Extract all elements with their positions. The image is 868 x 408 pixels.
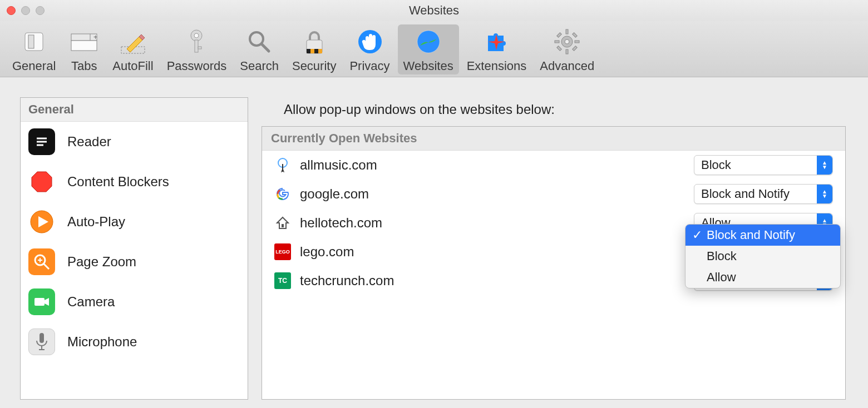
close-button[interactable] <box>7 6 16 15</box>
sidebar-item-label: Microphone <box>67 334 137 350</box>
key-icon <box>181 27 211 57</box>
tab-general[interactable]: General <box>7 24 61 74</box>
sidebar-item-microphone[interactable]: Microphone <box>21 322 248 362</box>
popup-permission-select[interactable]: Block and Notify ▲▼ <box>694 184 833 204</box>
sidebar-item-page-zoom[interactable]: Page Zoom <box>21 242 248 282</box>
tab-extensions[interactable]: Extensions <box>461 24 532 74</box>
tab-passwords[interactable]: Passwords <box>161 24 233 74</box>
tab-search[interactable]: Search <box>234 24 284 74</box>
lock-icon <box>299 27 329 57</box>
site-domain: hellotech.com <box>300 215 694 231</box>
sidebar-item-camera[interactable]: Camera <box>21 282 248 322</box>
reader-icon <box>28 128 55 155</box>
zoom-icon <box>28 248 55 275</box>
tab-security[interactable]: Security <box>287 24 342 74</box>
settings-sidebar: General Reader Content Blockers Auto-Pla… <box>20 97 248 400</box>
sidebar-item-label: Content Blockers <box>67 174 169 190</box>
site-favicon <box>274 186 291 202</box>
svg-rect-26 <box>566 49 568 54</box>
preferences-toolbar: General + Tabs AutoFill Passwords Search… <box>0 21 868 77</box>
popup-permission-select[interactable]: Block ▲▼ <box>694 155 833 175</box>
main-heading: Allow pop-up windows on the websites bel… <box>262 97 855 126</box>
svg-text:+: + <box>93 33 97 41</box>
tab-label: AutoFill <box>112 59 153 73</box>
tab-label: Tabs <box>71 59 97 73</box>
site-domain: lego.com <box>300 244 694 260</box>
puzzle-icon <box>481 27 511 57</box>
svg-marker-45 <box>45 298 49 306</box>
select-value: Block <box>701 158 731 172</box>
tab-websites[interactable]: Websites <box>398 24 459 74</box>
site-row[interactable]: google.com Block and Notify ▲▼ <box>262 180 845 208</box>
sidebar-item-label: Auto-Play <box>67 214 125 230</box>
tab-advanced[interactable]: Advanced <box>534 24 600 74</box>
main-panel: Allow pop-up windows on the websites bel… <box>262 97 855 400</box>
zoom-button[interactable] <box>36 6 45 15</box>
tab-label: Passwords <box>167 59 227 73</box>
svg-line-14 <box>262 44 269 51</box>
stepper-arrows-icon: ▲▼ <box>817 156 832 175</box>
pencil-icon <box>118 27 148 57</box>
svg-rect-19 <box>314 49 318 53</box>
section-heading: Currently Open Websites <box>262 127 845 151</box>
tab-label: Search <box>240 59 279 73</box>
site-row[interactable]: LEGO lego.com Block and Notify ▲▼ Block … <box>262 237 845 266</box>
tab-autofill[interactable]: AutoFill <box>107 24 159 74</box>
svg-rect-53 <box>282 224 284 227</box>
content-area: General Reader Content Blockers Auto-Pla… <box>0 77 868 400</box>
minimize-button[interactable] <box>21 6 30 15</box>
gear-icon <box>552 27 582 57</box>
dropdown-option-block[interactable]: Block <box>685 246 840 267</box>
dropdown-option-block-and-notify[interactable]: Block and Notify <box>685 225 840 246</box>
tab-label: Advanced <box>540 59 594 73</box>
svg-marker-7 <box>127 37 142 52</box>
sidebar-item-auto-play[interactable]: Auto-Play <box>21 202 248 242</box>
site-favicon: LEGO <box>274 243 291 260</box>
sidebar-item-content-blockers[interactable]: Content Blockers <box>21 162 248 202</box>
tab-privacy[interactable]: Privacy <box>344 24 395 74</box>
tab-tabs[interactable]: + Tabs <box>63 24 105 74</box>
permission-dropdown: Block and Notify Block Allow <box>685 224 841 288</box>
svg-rect-44 <box>34 298 45 306</box>
magnifier-icon <box>244 27 274 57</box>
svg-point-10 <box>194 33 199 38</box>
svg-point-33 <box>565 39 569 44</box>
sidebar-heading: General <box>21 98 248 122</box>
globe-icon <box>413 27 443 57</box>
dropdown-option-allow[interactable]: Allow <box>685 267 840 288</box>
switch-icon <box>19 27 49 57</box>
site-row[interactable]: A allmusic.com Block ▲▼ <box>262 151 845 180</box>
site-domain: techcrunch.com <box>300 273 694 288</box>
svg-rect-29 <box>557 33 561 37</box>
site-favicon <box>274 215 291 231</box>
sidebar-item-label: Page Zoom <box>67 254 136 270</box>
hand-icon <box>355 27 385 57</box>
svg-marker-37 <box>32 172 52 192</box>
site-domain: allmusic.com <box>300 157 694 173</box>
site-domain: google.com <box>300 186 694 202</box>
svg-rect-5 <box>71 41 97 51</box>
tab-label: Security <box>292 59 336 73</box>
svg-rect-27 <box>555 41 559 43</box>
tab-label: Privacy <box>349 59 389 73</box>
svg-rect-28 <box>575 41 579 43</box>
window-controls <box>7 6 45 15</box>
svg-rect-1 <box>28 35 34 48</box>
tabs-icon: + <box>69 27 99 57</box>
websites-panel: Currently Open Websites A allmusic.com B… <box>262 126 846 400</box>
stop-icon <box>28 168 55 195</box>
svg-rect-31 <box>557 46 561 51</box>
svg-rect-11 <box>195 40 198 52</box>
window-title: Websites <box>0 3 868 18</box>
tab-label: General <box>12 59 56 73</box>
tab-label: Websites <box>403 59 453 73</box>
svg-rect-30 <box>573 33 577 37</box>
camera-icon <box>28 288 55 315</box>
microphone-icon <box>28 329 55 355</box>
sidebar-item-label: Camera <box>67 294 115 310</box>
sidebar-item-reader[interactable]: Reader <box>21 122 248 162</box>
svg-rect-25 <box>566 29 568 34</box>
svg-rect-18 <box>307 49 310 53</box>
svg-rect-12 <box>198 47 201 49</box>
svg-text:A: A <box>281 168 285 173</box>
